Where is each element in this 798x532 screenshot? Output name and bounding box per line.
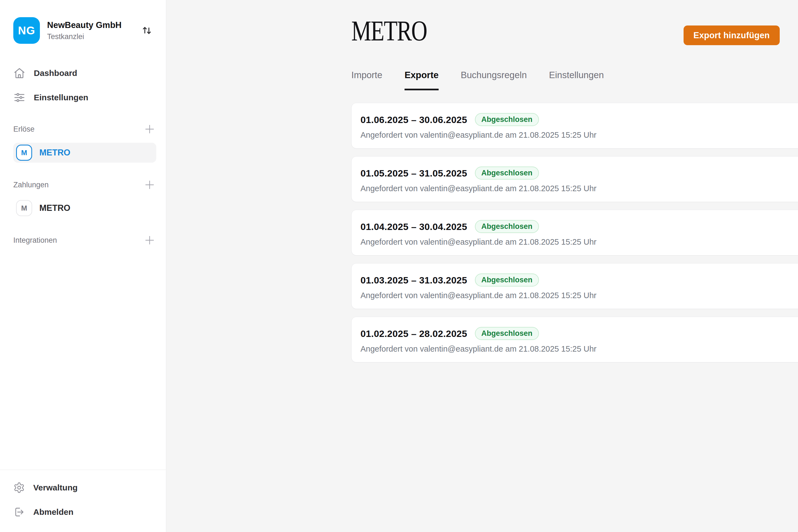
card-header-row: 01.05.2025 – 31.05.2025 Abgeschlosen: [360, 167, 798, 179]
export-meta: Angefordert von valentin@easypliant.de a…: [360, 345, 798, 353]
card-header-row: 01.02.2025 – 28.02.2025 Abgeschlosen: [360, 327, 798, 340]
sidebar: NG NewBeauty GmbH Testkanzlei Dashboard: [0, 0, 166, 532]
export-date-range: 01.04.2025 – 30.04.2025: [360, 221, 467, 232]
sidebar-item-metro-erloese[interactable]: M METRO: [13, 143, 156, 163]
org-name: NewBeauty GmbH: [47, 20, 122, 30]
export-hinzufuegen-button[interactable]: Export hinzufügen: [684, 25, 780, 45]
org-subtitle: Testkanzlei: [47, 33, 122, 41]
tab-exporte[interactable]: Exporte: [404, 70, 439, 90]
status-badge: Abgeschlosen: [475, 220, 539, 233]
section-label: Erlöse: [13, 125, 35, 134]
plus-icon[interactable]: [143, 178, 156, 191]
sidebar-divider: [0, 470, 166, 470]
sidebar-item-label: Verwaltung: [33, 483, 78, 492]
logout-icon: [13, 506, 25, 518]
plus-icon[interactable]: [143, 122, 156, 136]
export-meta: Angefordert von valentin@easypliant.de a…: [360, 238, 798, 246]
export-meta: Angefordert von valentin@easypliant.de a…: [360, 184, 798, 193]
gear-icon: [13, 482, 25, 493]
status-badge: Abgeschlosen: [475, 327, 539, 340]
sidebar-item-label: Abmelden: [33, 507, 73, 517]
plus-icon[interactable]: [143, 233, 156, 247]
section-integrationen: Integrationen: [13, 230, 156, 250]
status-badge: Abgeschlosen: [475, 273, 539, 286]
sidebar-item-label: METRO: [39, 148, 70, 158]
section-label: Zahlungen: [13, 180, 49, 189]
export-card: 01.04.2025 – 30.04.2025 Abgeschlosen Ang…: [352, 210, 798, 255]
card-header-row: 01.06.2025 – 30.06.2025 Abgeschlosen: [360, 113, 798, 126]
sidebar-item-dashboard[interactable]: Dashboard: [13, 63, 156, 83]
org-texts: NewBeauty GmbH Testkanzlei: [47, 20, 122, 41]
page-title: METRO: [352, 16, 427, 45]
sidebar-item-verwaltung[interactable]: Verwaltung: [13, 478, 156, 498]
export-meta: Angefordert von valentin@easypliant.de a…: [360, 131, 798, 139]
tab-importe[interactable]: Importe: [352, 70, 382, 90]
export-date-range: 01.03.2025 – 31.03.2025: [360, 274, 467, 286]
export-date-range: 01.02.2025 – 28.02.2025: [360, 328, 467, 339]
section-erloese: Erlöse: [13, 119, 156, 139]
status-badge: Abgeschlosen: [475, 113, 539, 126]
sliders-icon: [13, 92, 25, 103]
card-header-row: 01.04.2025 – 30.04.2025 Abgeschlosen: [360, 220, 798, 233]
export-date-range: 01.05.2025 – 31.05.2025: [360, 167, 467, 179]
up-down-arrows-icon[interactable]: [139, 23, 155, 38]
sidebar-item-label: Dashboard: [34, 69, 77, 78]
export-card: 01.02.2025 – 28.02.2025 Abgeschlosen Ang…: [352, 317, 798, 362]
tab-buchungsregeln[interactable]: Buchungsregeln: [461, 70, 527, 90]
export-list: 01.06.2025 – 30.06.2025 Abgeschlosen Ang…: [352, 103, 798, 370]
metro-badge: M: [16, 145, 32, 161]
org-switcher[interactable]: NG NewBeauty GmbH Testkanzlei: [13, 17, 155, 44]
export-card: 01.06.2025 – 30.06.2025 Abgeschlosen Ang…: [352, 103, 798, 149]
tab-bar: Importe Exporte Buchungsregeln Einstellu…: [352, 70, 604, 90]
sidebar-item-label: METRO: [39, 203, 70, 213]
sidebar-item-einstellungen[interactable]: Einstellungen: [13, 88, 156, 108]
section-label: Integrationen: [13, 236, 57, 245]
sidebar-item-label: Einstellungen: [34, 93, 89, 102]
sidebar-item-metro-zahlungen[interactable]: M METRO: [13, 198, 156, 218]
main-content: METRO Export hinzufügen Importe Exporte …: [167, 0, 798, 532]
export-date-range: 01.06.2025 – 30.06.2025: [360, 114, 467, 126]
metro-badge: M: [16, 200, 32, 216]
sidebar-item-abmelden[interactable]: Abmelden: [13, 502, 156, 522]
home-icon: [13, 67, 25, 79]
section-zahlungen: Zahlungen: [13, 175, 156, 195]
export-meta: Angefordert von valentin@easypliant.de a…: [360, 291, 798, 300]
tab-einstellungen[interactable]: Einstellungen: [549, 70, 604, 90]
export-card: 01.05.2025 – 31.05.2025 Abgeschlosen Ang…: [352, 156, 798, 202]
status-badge: Abgeschlosen: [475, 167, 539, 179]
export-card: 01.03.2025 – 31.03.2025 Abgeschlosen Ang…: [352, 263, 798, 309]
org-avatar: NG: [13, 17, 40, 44]
card-header-row: 01.03.2025 – 31.03.2025 Abgeschlosen: [360, 273, 798, 286]
